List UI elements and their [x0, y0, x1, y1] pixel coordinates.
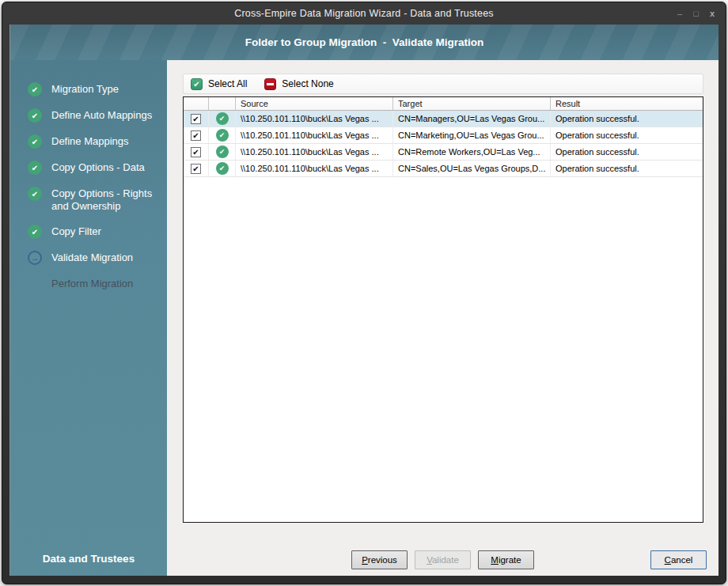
step-header-title: Folder to Group Migration - Validate Mig…: [245, 36, 484, 48]
source-cell: \\10.250.101.110\buck\Las Vegas ...: [236, 111, 393, 127]
sidebar-item-copy-filter: ✔ Copy Filter: [10, 225, 167, 239]
table-row[interactable]: ✔ ✔ \\10.250.101.110\buck\Las Vegas ... …: [184, 111, 703, 127]
success-icon: ✔: [216, 146, 229, 158]
column-header-source: Source: [236, 97, 393, 110]
validate-button[interactable]: Validate: [415, 550, 471, 569]
step-list: ✔ Migration Type ✔ Define Auto Mappings …: [10, 60, 167, 291]
table-body: ✔ ✔ \\10.250.101.110\buck\Las Vegas ... …: [184, 111, 703, 177]
select-none-icon: [264, 78, 276, 90]
step-done-icon: ✔: [28, 187, 42, 201]
success-icon: ✔: [216, 162, 229, 175]
result-cell: Operation successful.: [551, 144, 703, 160]
step-label: Define Auto Mappings: [51, 108, 152, 123]
table-row[interactable]: ✔ ✔ \\10.250.101.110\buck\Las Vegas ... …: [184, 127, 703, 144]
column-header-checkbox: [184, 97, 209, 110]
row-checkbox[interactable]: ✔: [191, 164, 201, 174]
step-label: Copy Options - Rights and Ownership: [51, 187, 162, 213]
step-label: Validate Migration: [51, 251, 133, 265]
selection-toolbar: ✔ Select All Select None: [183, 74, 703, 94]
column-header-target: Target: [393, 97, 551, 110]
step-label: Copy Options - Data: [51, 161, 145, 175]
window-title: Cross-Empire Data Migration Wizard - Dat…: [234, 8, 494, 19]
select-none-button[interactable]: Select None: [264, 78, 333, 90]
step-header-band: Folder to Group Migration - Validate Mig…: [10, 25, 719, 60]
step-label: Migration Type: [51, 82, 119, 96]
step-current-icon: →: [28, 251, 42, 265]
sidebar-item-define-mappings: ✔ Define Mappings: [10, 134, 167, 149]
column-header-status: [209, 97, 236, 110]
step-label: Define Mappings: [51, 134, 129, 149]
select-none-label: Select None: [282, 78, 333, 89]
step-label: Copy Filter: [51, 225, 101, 239]
step-done-icon: ✔: [28, 134, 42, 149]
source-cell: \\10.250.101.110\buck\Las Vegas ...: [236, 161, 393, 176]
validation-results-table: Source Target Result ✔ ✔ \\10.250.101.11…: [183, 96, 703, 523]
previous-button[interactable]: Previous: [351, 550, 408, 569]
wizard-mode-label: Data and Trustees: [10, 553, 167, 565]
wizard-nav-buttons: Previous Validate Migrate: [167, 550, 719, 569]
source-cell: \\10.250.101.110\buck\Las Vegas ...: [236, 127, 393, 143]
result-cell: Operation successful.: [551, 127, 703, 143]
sidebar-item-copy-options-rights: ✔ Copy Options - Rights and Ownership: [10, 187, 167, 213]
select-all-button[interactable]: ✔ Select All: [191, 78, 247, 90]
source-cell: \\10.250.101.110\buck\Las Vegas ...: [236, 144, 393, 160]
step-done-icon: ✔: [28, 82, 42, 96]
table-row[interactable]: ✔ ✔ \\10.250.101.110\buck\Las Vegas ... …: [184, 161, 703, 177]
success-icon: ✔: [216, 129, 229, 142]
result-cell: Operation successful.: [551, 161, 703, 176]
sidebar-item-validate-migration: → Validate Migration: [10, 251, 167, 265]
window-controls: – □ x: [677, 2, 715, 25]
migrate-button[interactable]: Migrate: [478, 550, 534, 569]
sidebar-item-define-auto-mappings: ✔ Define Auto Mappings: [10, 108, 167, 123]
target-cell: CN=Remote Workers,OU=Las Veg...: [393, 144, 551, 160]
target-cell: CN=Sales,OU=Las Vegas Groups,D...: [393, 161, 551, 176]
target-cell: CN=Marketing,OU=Las Vegas Grou...: [393, 127, 551, 143]
select-all-icon: ✔: [191, 78, 203, 90]
table-row[interactable]: ✔ ✔ \\10.250.101.110\buck\Las Vegas ... …: [184, 144, 703, 161]
sidebar: ✔ Migration Type ✔ Define Auto Mappings …: [10, 60, 167, 576]
column-header-result: Result: [551, 97, 703, 110]
success-icon: ✔: [216, 112, 229, 125]
step-done-icon: ✔: [28, 108, 42, 123]
row-checkbox[interactable]: ✔: [191, 147, 201, 157]
sidebar-item-copy-options-data: ✔ Copy Options - Data: [10, 161, 167, 175]
sidebar-item-perform-migration: Perform Migration: [10, 277, 167, 291]
row-checkbox[interactable]: ✔: [191, 114, 201, 124]
window-content: Folder to Group Migration - Validate Mig…: [9, 25, 719, 576]
row-checkbox[interactable]: ✔: [191, 130, 201, 141]
sidebar-item-migration-type: ✔ Migration Type: [10, 82, 167, 96]
table-header: Source Target Result: [184, 97, 703, 111]
titlebar: Cross-Empire Data Migration Wizard - Dat…: [2, 2, 726, 25]
wizard-window: Cross-Empire Data Migration Wizard - Dat…: [2, 2, 726, 584]
result-cell: Operation successful.: [551, 111, 703, 127]
maximize-icon[interactable]: □: [693, 9, 699, 18]
step-done-icon: ✔: [28, 225, 42, 239]
step-done-icon: ✔: [28, 161, 42, 175]
step-label: Perform Migration: [51, 277, 133, 291]
main-panel: ✔ Select All Select None Source Target R…: [167, 60, 719, 576]
select-all-label: Select All: [208, 78, 247, 89]
minimize-icon[interactable]: –: [677, 9, 682, 18]
target-cell: CN=Managers,OU=Las Vegas Grou...: [393, 111, 551, 127]
cancel-button[interactable]: Cancel: [650, 550, 707, 569]
close-icon[interactable]: x: [710, 9, 715, 18]
